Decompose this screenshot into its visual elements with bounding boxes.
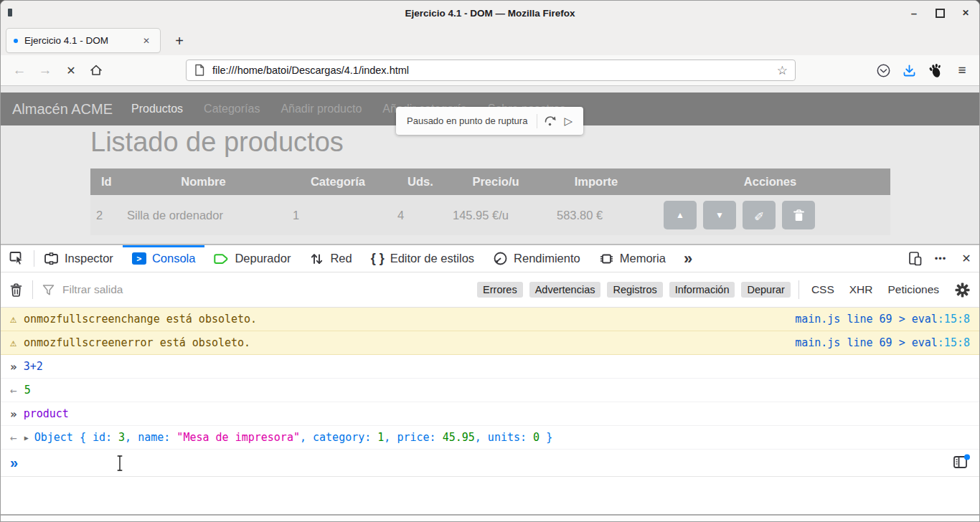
filter-output-input[interactable]: [61, 283, 469, 297]
nav-link-productos[interactable]: Productos: [131, 103, 183, 115]
downloads-button[interactable]: [900, 61, 918, 80]
col-header-uds: Uds.: [392, 175, 449, 189]
cell-acciones: ▲ ▼ ✎: [650, 201, 890, 229]
console-input[interactable]: [25, 456, 970, 470]
expand-object-icon[interactable]: ▶: [24, 434, 29, 442]
titlebar: Ejercicio 4.1 - DOM — Mozilla Firefox – …: [1, 1, 979, 25]
devtools-menu-button[interactable]: •••: [928, 245, 953, 272]
warning-source-link[interactable]: main.js line 69 > eval:15:8: [795, 336, 970, 349]
console-input-entry: » product: [1, 402, 979, 426]
braces-icon: { }: [371, 251, 385, 266]
pocket-icon: [876, 63, 891, 78]
filter-xhr-link[interactable]: XHR: [849, 283, 873, 296]
tab-red[interactable]: Red: [300, 245, 361, 272]
console-warning-row[interactable]: ⚠ onmozfullscreenerror está obsoleto. ma…: [1, 331, 979, 355]
url-bar[interactable]: file:///home/batoi/Descargas/4.1/index.h…: [186, 60, 796, 81]
filter-advertencias-button[interactable]: Advertencias: [529, 282, 601, 298]
site-brand[interactable]: Almacén ACME: [12, 101, 113, 118]
page-icon: [194, 64, 205, 77]
app-menu-button[interactable]: ≡: [953, 61, 971, 80]
tab-inspector[interactable]: Inspector: [34, 245, 123, 272]
more-tools-chevron[interactable]: »: [675, 245, 701, 272]
inspector-icon: [44, 252, 59, 265]
performance-gauge-icon: [493, 251, 508, 266]
forward-button[interactable]: →: [35, 60, 55, 80]
pick-element-button[interactable]: [1, 245, 34, 272]
arrow-down-icon: ▼: [715, 210, 724, 220]
pocket-button[interactable]: [875, 61, 892, 80]
popup-divider: [537, 114, 537, 128]
navigation-toolbar: ← → ✕ file:///home/batoi/Descargas/4.1/i…: [1, 55, 979, 86]
new-tab-button[interactable]: +: [170, 32, 189, 50]
bookmark-star-icon[interactable]: ☆: [777, 63, 788, 78]
filter-depurar-button[interactable]: Depurar: [741, 282, 790, 298]
col-header-acciones: Acciones: [650, 175, 890, 189]
devtools-right-controls: ••• ✕: [901, 245, 979, 272]
gear-icon: [954, 282, 971, 298]
warning-text: onmozfullscreenchange está obsoleto.: [24, 313, 257, 326]
nav-link-categorias[interactable]: Categorías: [204, 103, 260, 115]
nav-link-anadir-producto[interactable]: Añadir producto: [281, 103, 362, 115]
filter-errores-button[interactable]: Errores: [477, 282, 523, 298]
warning-text: onmozfullscreenerror está obsoleto.: [24, 336, 250, 349]
home-button[interactable]: [86, 60, 106, 80]
console-warning-row[interactable]: ⚠ onmozfullscreenchange está obsoleto. m…: [1, 308, 979, 331]
gnome-foot-icon: [928, 63, 942, 78]
warning-source-link[interactable]: main.js line 69 > eval:15:8: [795, 313, 970, 326]
console-settings-button[interactable]: [954, 282, 971, 298]
cell-uds: 4: [392, 209, 449, 222]
console-input-row[interactable]: »: [1, 450, 979, 477]
filter-peticiones-link[interactable]: Peticiones: [887, 283, 939, 296]
tab-close-icon[interactable]: ✕: [140, 34, 153, 47]
url-text[interactable]: file:///home/batoi/Descargas/4.1/index.h…: [212, 65, 770, 76]
download-icon: [902, 63, 917, 78]
tab-editor-estilos-label: Editor de estilos: [390, 252, 474, 265]
move-up-button[interactable]: ▲: [664, 201, 697, 229]
delete-button[interactable]: [782, 201, 815, 229]
browser-tab[interactable]: Ejercicio 4.1 - DOM ✕: [6, 29, 160, 52]
filter-registros-button[interactable]: Registros: [607, 282, 662, 298]
clear-console-button[interactable]: [9, 283, 23, 298]
console-prompt-icon: »: [10, 455, 17, 471]
tab-memoria[interactable]: Memoria: [590, 245, 675, 272]
table-row: 2 Silla de ordenador 1 4 145.95 €/u 583.…: [90, 195, 890, 235]
table-header-row: Id Nombre Categoría Uds. Precio/u Import…: [90, 169, 890, 195]
input-prompt-icon: »: [10, 407, 17, 421]
minimize-button[interactable]: –: [905, 1, 923, 25]
result-arrow-icon: ←: [10, 384, 17, 397]
toolbar-divider: [798, 280, 799, 299]
split-console-button[interactable]: [952, 454, 971, 471]
page-content: Almacén ACME Productos Categorías Añadir…: [1, 86, 979, 244]
stop-button[interactable]: ✕: [61, 60, 81, 80]
tab-depurador[interactable]: Depurador: [204, 245, 300, 272]
cell-importe: 583.80 €: [542, 209, 650, 222]
resume-icon[interactable]: ▷: [564, 115, 573, 128]
step-over-icon[interactable]: [544, 115, 557, 128]
tab-rendimiento[interactable]: Rendimiento: [484, 245, 590, 272]
edit-button[interactable]: ✎: [743, 201, 776, 229]
col-header-nombre: Nombre: [123, 175, 284, 189]
toolbar-divider: [32, 280, 33, 299]
filter-input-wrap: [42, 283, 469, 297]
filter-css-link[interactable]: CSS: [811, 283, 834, 296]
gnome-extension-button[interactable]: [926, 61, 943, 80]
tab-inspector-label: Inspector: [65, 252, 113, 265]
window-close-button[interactable]: ✕: [956, 1, 975, 25]
filter-category-links: CSS XHR Peticiones: [811, 283, 939, 296]
responsive-mode-button[interactable]: [902, 245, 928, 272]
home-icon: [89, 63, 103, 77]
back-button[interactable]: ←: [9, 60, 29, 80]
tab-editor-estilos[interactable]: { } Editor de estilos: [362, 245, 484, 272]
object-preview[interactable]: Object { id: 3, name: "Mesa de impresora…: [34, 431, 553, 444]
col-header-categoria: Categoría: [284, 175, 392, 189]
tab-consola[interactable]: > Consola: [123, 245, 205, 272]
devtools-tabbar: Inspector > Consola Depurador Re: [1, 245, 979, 272]
console-icon: >: [132, 252, 146, 265]
pick-element-icon: [9, 251, 25, 266]
filter-informacion-button[interactable]: Información: [669, 282, 735, 298]
move-down-button[interactable]: ▼: [703, 201, 736, 229]
console-result: 5: [24, 384, 31, 397]
maximize-button[interactable]: [930, 1, 949, 25]
cell-categoria: 1: [284, 209, 392, 222]
devtools-close-button[interactable]: ✕: [953, 245, 979, 272]
